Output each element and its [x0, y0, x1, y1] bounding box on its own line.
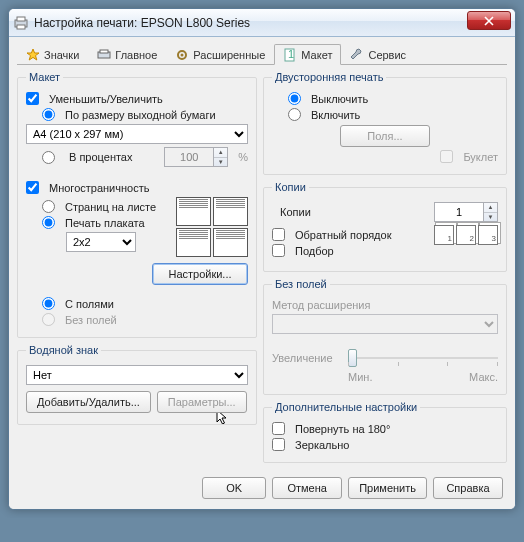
printer-icon [13, 15, 29, 31]
borderless-label: Без полей [65, 314, 117, 326]
percent-spin[interactable]: ▲▼ [214, 147, 228, 167]
tab-badges[interactable]: Значки [17, 44, 88, 65]
percent-radio[interactable] [42, 151, 55, 164]
tab-main[interactable]: Главное [88, 44, 166, 65]
expansion-method-select [272, 314, 498, 334]
enlarge-slider [348, 348, 498, 368]
svg-point-6 [181, 54, 184, 57]
collate-label: Подбор [295, 245, 334, 257]
duplex-off-radio[interactable] [288, 92, 301, 105]
apply-button[interactable]: Применить [348, 477, 427, 499]
by-output-paper-radio[interactable] [42, 108, 55, 121]
enlarge-label: Увеличение [272, 352, 342, 364]
printer-icon [97, 48, 111, 62]
page-icon: 1 [283, 48, 297, 62]
reduce-enlarge-checkbox[interactable] [26, 92, 39, 105]
collate-preview: 123 [434, 225, 498, 245]
duplex-on-radio[interactable] [288, 108, 301, 121]
tab-layout[interactable]: 1 Макет [274, 44, 341, 65]
tab-bar: Значки Главное Расширенные 1 Макет Серви… [17, 43, 507, 65]
group-duplex: Двусторонняя печать Выключить Включить П… [263, 71, 507, 175]
min-label: Мин. [348, 371, 372, 383]
booklet-checkbox [440, 150, 453, 163]
percent-input[interactable] [164, 147, 214, 167]
with-borders-radio[interactable] [42, 297, 55, 310]
gear-icon [175, 48, 189, 62]
group-more: Дополнительные настройки Повернуть на 18… [263, 401, 507, 463]
reduce-enlarge-label: Уменьшить/Увеличить [49, 93, 163, 105]
paper-size-select[interactable]: A4 (210 x 297 мм) [26, 124, 248, 144]
reverse-order-checkbox[interactable] [272, 228, 285, 241]
percent-suffix: % [238, 151, 248, 163]
with-borders-label: С полями [65, 298, 114, 310]
group-watermark: Водяной знак Нет Добавить/Удалить... Пар… [17, 344, 257, 425]
watermark-add-remove-button[interactable]: Добавить/Удалить... [26, 391, 151, 413]
rotate-180-checkbox[interactable] [272, 422, 285, 435]
group-layout: Макет Уменьшить/Увеличить По размеру вых… [17, 71, 257, 338]
svg-rect-4 [100, 50, 108, 53]
poster-preview [176, 197, 248, 257]
poster-label: Печать плаката [65, 217, 145, 229]
close-button[interactable] [467, 11, 511, 30]
duplex-margins-button: Поля... [340, 125, 430, 147]
max-label: Макс. [469, 371, 498, 383]
poster-size-select[interactable]: 2x2 [66, 232, 136, 252]
multipage-checkbox[interactable] [26, 181, 39, 194]
watermark-params-button: Параметры... [157, 391, 247, 413]
help-button[interactable]: Справка [433, 477, 503, 499]
pages-per-sheet-radio[interactable] [42, 200, 55, 213]
mirror-label: Зеркально [295, 439, 349, 451]
close-icon [484, 16, 494, 26]
pages-per-sheet-label: Страниц на листе [65, 201, 156, 213]
expansion-method-label: Метод расширения [272, 299, 370, 311]
tab-advanced[interactable]: Расширенные [166, 44, 274, 65]
watermark-select[interactable]: Нет [26, 365, 248, 385]
collate-checkbox[interactable] [272, 244, 285, 257]
copies-label: Копии [280, 206, 311, 218]
window-title: Настройка печати: EPSON L800 Series [34, 16, 250, 30]
booklet-label: Буклет [463, 151, 498, 163]
dialog-footer: OK Отмена Применить Справка [17, 469, 507, 501]
group-borderless: Без полей Метод расширения Увеличение [263, 278, 507, 395]
multipage-label: Многостраничность [49, 182, 149, 194]
copies-spin[interactable]: ▲▼ [484, 202, 498, 222]
wrench-icon [350, 48, 364, 62]
percent-label: В процентах [69, 151, 133, 163]
tab-service[interactable]: Сервис [341, 44, 415, 65]
duplex-on-label: Включить [311, 109, 360, 121]
cancel-button[interactable]: Отмена [272, 477, 342, 499]
reverse-order-label: Обратный порядок [295, 229, 391, 241]
copies-input[interactable] [434, 202, 484, 222]
svg-text:1: 1 [288, 48, 294, 60]
rotate-180-label: Повернуть на 180° [295, 423, 390, 435]
poster-radio[interactable] [42, 216, 55, 229]
star-icon [26, 48, 40, 62]
group-copies: Копии Копии ▲▼ Обратный по [263, 181, 507, 272]
svg-rect-2 [17, 25, 25, 29]
ok-button[interactable]: OK [202, 477, 266, 499]
mirror-checkbox[interactable] [272, 438, 285, 451]
svg-rect-1 [17, 17, 25, 21]
layout-settings-button[interactable]: Настройки... [152, 263, 248, 285]
borderless-radio [42, 313, 55, 326]
by-output-paper-label: По размеру выходной бумаги [65, 109, 216, 121]
duplex-off-label: Выключить [311, 93, 368, 105]
titlebar: Настройка печати: EPSON L800 Series [9, 9, 515, 37]
